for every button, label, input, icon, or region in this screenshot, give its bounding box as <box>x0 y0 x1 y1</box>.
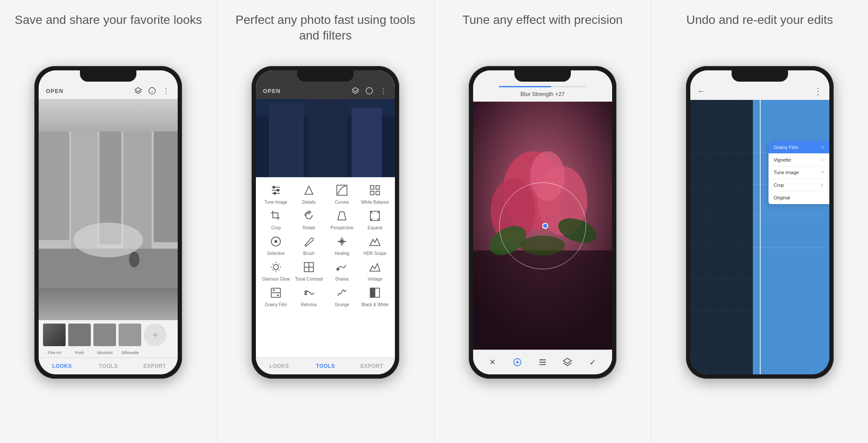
phone2-photo <box>256 99 395 177</box>
history-item-crop[interactable]: Crop ↙ <box>769 179 829 192</box>
history-label-grainy: Grainy Film <box>774 145 798 150</box>
open-label[interactable]: OPEN <box>46 88 63 94</box>
history-item-original[interactable]: Original <box>769 192 829 204</box>
check-button[interactable]: ✓ <box>585 354 600 370</box>
more-icon[interactable]: ⋮ <box>161 86 171 96</box>
history-label-crop: Crop <box>774 182 784 188</box>
sliders-icon <box>268 182 284 198</box>
svg-rect-15 <box>68 324 91 346</box>
tools-grid: Tune Image Details <box>256 177 395 357</box>
tool-perspective[interactable]: Perspective <box>326 208 358 230</box>
tool-grainy[interactable]: Grainy Film <box>260 285 292 307</box>
phone4-notch <box>732 70 788 82</box>
svg-rect-16 <box>93 324 116 346</box>
topbar-icons2: ⋮ <box>351 86 388 96</box>
tool-name-brush: Brush <box>303 251 315 256</box>
tool-name-grainy: Grainy Film <box>265 302 287 307</box>
tool-expand[interactable]: Expand <box>359 208 391 230</box>
svg-rect-33 <box>371 186 374 189</box>
svg-rect-34 <box>376 186 379 189</box>
tool-rotate[interactable]: Rotate <box>293 208 325 230</box>
tab-looks[interactable]: LOOKS <box>39 361 85 371</box>
layers-icon2[interactable] <box>351 86 360 96</box>
phone2-frame: OPEN <box>252 66 399 379</box>
healing-icon <box>334 234 350 249</box>
tab2-looks[interactable]: LOOKS <box>256 361 302 371</box>
tool-name-selective: Selective <box>267 251 285 256</box>
phone2-content: OPEN <box>256 70 395 374</box>
grunge-icon <box>334 285 350 301</box>
tool-details[interactable]: Details <box>293 182 325 205</box>
tool-vintage[interactable]: Vintage <box>359 259 391 281</box>
panel-precision: Tune any effect with precision Blur Stre… <box>434 0 652 443</box>
tool-retrolux[interactable]: Retrolux <box>293 285 325 307</box>
svg-point-46 <box>273 290 274 291</box>
layers-icon[interactable] <box>133 86 143 96</box>
tool-name-perspective: Perspective <box>331 225 353 230</box>
phone2-notch <box>297 70 354 82</box>
svg-rect-9 <box>154 132 178 242</box>
tab-export[interactable]: EXPORT <box>132 361 178 371</box>
retrolux-icon <box>301 285 317 301</box>
phone3-photo <box>473 102 612 350</box>
look-thumb-4[interactable] <box>119 324 141 346</box>
look-thumb-2[interactable] <box>68 324 91 346</box>
split-divider <box>760 100 761 374</box>
history-icon-vignette: □ <box>822 157 824 162</box>
look-thumb-1[interactable] <box>43 324 66 346</box>
tool-tonal[interactable]: Tonal Contrast <box>293 259 325 281</box>
tool-healing[interactable]: Healing <box>326 234 358 256</box>
tool-brush[interactable]: Brush <box>293 234 325 256</box>
tool-glamour[interactable]: Glamour Glow <box>260 259 292 281</box>
info-icon[interactable] <box>147 86 157 96</box>
phone4-photo: + Grainy Film ◁ Vignette □ <box>690 100 829 374</box>
tool-crop[interactable]: Crop <box>260 208 292 230</box>
tab2-tools[interactable]: TOOLS <box>302 361 349 371</box>
phone1-inner: OPEN <box>39 70 178 374</box>
more-button4[interactable]: ⋮ <box>814 86 822 96</box>
svg-marker-31 <box>305 186 313 195</box>
look-thumb-3[interactable] <box>93 324 116 346</box>
history-item-tune[interactable]: Tune Image ≡ <box>769 166 829 179</box>
blur-label: Blur Strength +27 <box>520 91 565 97</box>
tool-name-curves: Curves <box>335 200 349 205</box>
stack-icon[interactable] <box>560 354 575 370</box>
tool-name-wb: White Balance <box>361 200 389 205</box>
tool-curves[interactable]: Curves <box>326 182 358 205</box>
history-item-vignette[interactable]: Vignette □ <box>769 154 829 166</box>
sliders-tool-icon[interactable] <box>535 354 550 370</box>
tool-hdr[interactable]: HDR Scape <box>359 234 391 256</box>
tool-name-glamour: Glamour Glow <box>262 277 290 281</box>
radial-center-dot[interactable] <box>542 223 548 229</box>
tool-bw[interactable]: Black & White <box>359 285 391 307</box>
tool-white-balance[interactable]: White Balance <box>359 182 391 205</box>
add-look-button[interactable]: + <box>144 324 166 346</box>
tool-name-tune: Tune Image <box>265 200 288 205</box>
svg-rect-35 <box>371 191 374 195</box>
panel4-title: Undo and re-edit your edits <box>686 12 833 56</box>
tools-row-1: Tune Image Details <box>259 182 391 205</box>
tool-selective[interactable]: Selective <box>260 234 292 256</box>
history-item-grainy[interactable]: Grainy Film ◁ <box>769 141 829 154</box>
tool-name-rotate: Rotate <box>302 225 315 230</box>
look-label-3: Structure <box>93 350 116 355</box>
tool-grunge[interactable]: Grunge <box>326 285 358 307</box>
back-button[interactable]: ← <box>697 87 705 96</box>
radial-tool-icon[interactable] <box>510 354 525 370</box>
tab2-export[interactable]: EXPORT <box>348 361 395 371</box>
phone3-inner: Blur Strength +27 <box>473 70 612 374</box>
mountain-icon <box>367 234 383 249</box>
svg-point-29 <box>277 189 279 192</box>
svg-marker-18 <box>352 88 359 92</box>
look-labels: Fine Art Push Structure Silhouette <box>39 350 178 357</box>
open-label2[interactable]: OPEN <box>263 88 281 94</box>
history-icon-crop: ↙ <box>821 182 824 187</box>
tool-tune-image[interactable]: Tune Image <box>260 182 292 205</box>
tool-name-retrolux: Retrolux <box>301 302 317 307</box>
info-icon2[interactable] <box>364 86 374 96</box>
close-button[interactable]: ✕ <box>485 354 500 370</box>
tab-tools[interactable]: TOOLS <box>85 361 132 371</box>
more-icon2[interactable]: ⋮ <box>378 86 388 96</box>
phone1-notch <box>80 70 136 82</box>
tool-drama[interactable]: Drama <box>326 259 358 281</box>
